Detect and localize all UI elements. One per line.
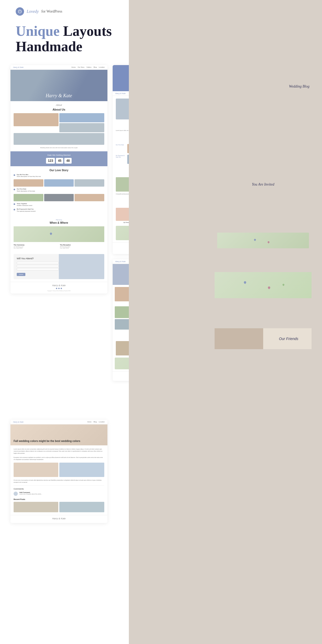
logo-suffix: for WordPress bbox=[41, 9, 62, 14]
timeline-item: Years TogetherAnother milestone event bbox=[14, 203, 104, 207]
venue-info: The Ceremony 123 Wedding LaneCity, State… bbox=[14, 244, 104, 249]
column-3: Harry & Kate Home Our Story Gallery Blog… bbox=[215, 65, 312, 409]
friends-title: Our Friends bbox=[276, 337, 298, 341]
timeline-item: Our First DateShort description of first… bbox=[14, 188, 104, 192]
hero-rest: Layouts bbox=[60, 23, 112, 39]
l1-rsvp: Will You Attend? Submit bbox=[10, 251, 107, 282]
comment: Add Comment Leave your thoughts about th… bbox=[14, 492, 104, 496]
rsvp-title: You Are Invited bbox=[252, 182, 274, 187]
l1-footer: Harry & Kate Copyright © Harry & Kate We… bbox=[10, 282, 107, 294]
layout-harry-kate: Harry & Kate Home Our Story Gallery Blog… bbox=[10, 65, 107, 294]
hero-photo bbox=[215, 328, 263, 349]
blog-title: Wedding Blog bbox=[289, 84, 309, 89]
layout-article: Harry & Kate Home Blog Location Fall wed… bbox=[10, 420, 107, 523]
comments-heading: Comments bbox=[14, 488, 104, 490]
article-hero: Fall wedding colors might be the best we… bbox=[10, 424, 107, 445]
l4-footer: Harry & Kate bbox=[10, 515, 107, 523]
article-photos bbox=[14, 463, 104, 477]
rsvp-photo bbox=[59, 254, 104, 279]
layouts-grid: Harry & Kate Home Our Story Gallery Blog… bbox=[0, 65, 322, 420]
rsvp-guests-input[interactable] bbox=[17, 268, 59, 270]
l1-about: About About Us Wedding details text area… bbox=[10, 101, 107, 151]
hero-accent: Unique bbox=[16, 23, 60, 39]
timeline-photos bbox=[14, 194, 104, 201]
rsvp-email-input[interactable] bbox=[17, 265, 59, 267]
timeline-item: We Proposed & Said YesThe special propos… bbox=[14, 208, 104, 212]
l1-countdown: Date We Getting Married 123 45 48 bbox=[10, 151, 107, 166]
commenter-avatar bbox=[14, 492, 18, 496]
article-title: Fall wedding colors might be the best we… bbox=[14, 439, 92, 443]
rsvp-section: Will You Attend? Submit bbox=[14, 254, 104, 279]
article-content: Lorem ipsum dolor sit amet consectetur a… bbox=[10, 445, 107, 515]
timeline-dot bbox=[14, 189, 15, 190]
l7-main-map bbox=[215, 272, 312, 298]
recent-posts: Recent Posts bbox=[14, 498, 104, 512]
countdown-mins: 48 bbox=[64, 158, 72, 164]
l1-hero: Harry & Kate bbox=[10, 70, 107, 101]
logo-name: Lovedy bbox=[27, 9, 39, 14]
photo bbox=[14, 133, 104, 145]
timeline-dot bbox=[14, 203, 15, 205]
timeline-dot bbox=[14, 209, 15, 210]
countdown-days: 123 bbox=[46, 158, 55, 164]
l1-photo-grid bbox=[14, 113, 104, 145]
l6-hero: You Are Invited bbox=[215, 174, 312, 195]
rsvp-form: Will You Attend? Submit bbox=[17, 257, 59, 276]
svg-point-0 bbox=[18, 10, 21, 13]
article-title-overlay: Fall wedding colors might be the best we… bbox=[14, 439, 92, 443]
layout-rsvp: Harry & Kate Home Gallery Blog Location … bbox=[215, 169, 312, 262]
photo bbox=[59, 123, 104, 132]
countdown-boxes: 123 45 48 bbox=[14, 158, 104, 164]
countdown-hours: 45 bbox=[56, 158, 63, 164]
logo-icon bbox=[16, 7, 24, 16]
timeline-dot bbox=[14, 174, 15, 176]
footer-dots bbox=[14, 288, 104, 289]
l1-couple-name: Harry & Kate bbox=[46, 93, 72, 99]
l1-love-story: Our Love Story Day We First MetShort des… bbox=[10, 166, 107, 217]
timeline-item: Day We First MetShort description of how… bbox=[14, 174, 104, 178]
hero-line2: Handmade bbox=[16, 39, 82, 54]
timeline-photos bbox=[14, 179, 104, 187]
l1-nav-logo: Harry & Kate bbox=[13, 66, 24, 68]
l4-navbar: Harry & Kate Home Blog Location bbox=[10, 420, 107, 424]
photo bbox=[59, 113, 104, 122]
l6-map bbox=[217, 233, 309, 248]
comments-section: Comments Add Comment Leave your thoughts… bbox=[14, 485, 104, 496]
photo bbox=[14, 113, 59, 126]
l1-map: Planning When & Where The Ceremony 123 W… bbox=[10, 216, 107, 251]
l1-navbar: Harry & Kate Home Our Story Gallery Blog… bbox=[10, 65, 107, 70]
map-image bbox=[14, 226, 104, 242]
l8-hero: Our Friends bbox=[215, 328, 312, 349]
rsvp-name-input[interactable] bbox=[17, 262, 59, 264]
rsvp-submit-button[interactable]: Submit bbox=[17, 273, 25, 276]
map-pin bbox=[49, 232, 52, 235]
